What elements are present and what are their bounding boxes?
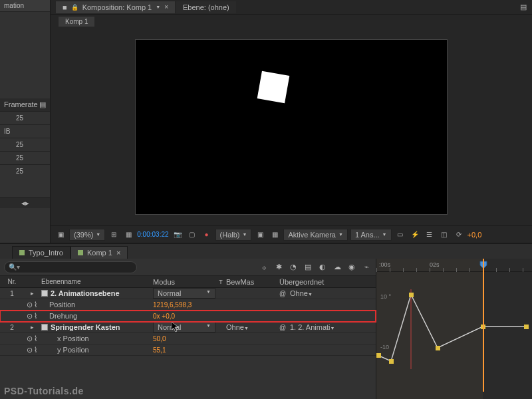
viewer-tabs: ■ 🔒 Komposition: Komp 1 ▼ × Ebene: (ohne… [51, 0, 532, 15]
white-box-layer[interactable] [257, 70, 290, 103]
property-row[interactable]: ⊙ ⌇Position1219,6,598,3 [0, 299, 376, 311]
resolution-icon[interactable]: ⊞ [108, 229, 120, 241]
framerate-row[interactable]: 25 [0, 138, 50, 151]
composition-preview[interactable] [135, 39, 448, 215]
camera-dropdown[interactable]: Aktive Kamera▼ [283, 229, 347, 241]
keyframe-icon[interactable] [524, 325, 529, 329]
timeline-column-headers: Nr. Ebenenname Modus T BewMas Übergeordn… [0, 276, 376, 288]
property-row[interactable]: ⊙ ⌇y Position55,1 [0, 344, 376, 356]
timeline-tabs: Typo_Intro Komp 1 × [0, 244, 532, 259]
timeline-layer-panel: 🔍▾ ⟐ ✱ ◔ ▤ ◐ ☁ ◉ ⌁ Nr. Ebenenname Modus … [0, 259, 376, 399]
close-icon[interactable]: × [164, 3, 168, 11]
draft3d-icon[interactable]: ✱ [273, 262, 284, 273]
channel-icon[interactable]: ● [201, 229, 213, 241]
viewer-tab-komp1[interactable]: ■ 🔒 Komposition: Komp 1 ▼ × [56, 1, 175, 13]
comp-mini-flowchart-icon[interactable]: ⟐ [259, 262, 269, 273]
parent-dropdown[interactable]: Ohne▼ [290, 289, 366, 297]
reset-exposure-icon[interactable]: ⟳ [453, 229, 465, 241]
project-sidebar: mation Framerate ▤ 25 IB 25 25 25 ◂▸ [0, 0, 51, 243]
framerate-row[interactable]: 25 [0, 164, 50, 178]
transparency-icon[interactable]: ▦ [269, 229, 281, 241]
layer-color-icon [41, 324, 48, 331]
blend-mode-dropdown[interactable]: Normal▼ [153, 288, 215, 299]
brainstorm-icon[interactable]: ☁ [332, 262, 342, 273]
watermark: PSD-Tutorials.de [4, 386, 84, 396]
property-row[interactable]: ⊙ ⌇x Position50,0 [0, 333, 376, 344]
keyframe-icon[interactable] [409, 293, 414, 297]
tab-color-icon [78, 250, 83, 255]
keyframe-icon[interactable] [376, 353, 381, 358]
graph-icon[interactable]: ⌇ [34, 346, 37, 354]
graph-icon[interactable]: ⌇ [34, 301, 37, 309]
stopwatch-icon[interactable]: ⊙ [27, 346, 33, 354]
tab-color-icon [19, 250, 25, 255]
viewer-canvas[interactable] [51, 28, 532, 225]
graph-icon[interactable]: ⌇ [34, 312, 37, 321]
settings-icon[interactable]: ▤ [39, 100, 46, 109]
views-dropdown[interactable]: 1 Ans...▼ [350, 229, 392, 241]
dropdown-icon[interactable]: ▼ [156, 5, 160, 9]
show-snapshot-icon[interactable]: ▢ [186, 229, 198, 241]
grid-icon[interactable]: ▦ [122, 229, 134, 241]
value-graph[interactable] [376, 289, 532, 369]
frame-blend-icon[interactable]: ▤ [303, 262, 313, 273]
link-icon: ■ [63, 3, 67, 11]
keyframe-icon[interactable] [389, 359, 394, 364]
property-value[interactable]: 55,1 [153, 346, 166, 354]
lock-icon[interactable]: 🔒 [71, 4, 78, 11]
stopwatch-icon[interactable]: ⊙ [27, 301, 33, 309]
hide-shy-icon[interactable]: ◔ [288, 262, 299, 273]
quality-dropdown[interactable]: (Halb)▼ [215, 229, 252, 241]
blend-mode-dropdown[interactable]: Normal▼ [153, 322, 215, 332]
snapshot-icon[interactable]: 📷 [172, 229, 184, 241]
mb-row[interactable]: IB [0, 124, 50, 138]
viewer-toolbar: ▣ (39%)▼ ⊞ ▦ 0:00:03:22 📷 ▢ ● (Halb)▼ ▣ … [51, 225, 532, 243]
comp-flowchart-icon[interactable]: ◫ [438, 229, 450, 241]
viewer-tab-ebene[interactable]: Ebene: (ohne) [176, 1, 236, 13]
playhead[interactable] [483, 259, 484, 392]
keyframe-icon[interactable] [436, 346, 440, 350]
track-matte-dropdown[interactable]: Ohne▼ [226, 323, 279, 331]
property-value[interactable]: 50,0 [153, 335, 166, 342]
panel-menu-icon[interactable]: ▤ [520, 3, 532, 11]
timeline-panel: Typo_Intro Komp 1 × 🔍▾ ⟐ ✱ ◔ ▤ ◐ ☁ ◉ ⌁ [0, 243, 532, 399]
property-value[interactable]: 1219,6,598,3 [153, 301, 192, 309]
timecode[interactable]: 0:00:03:22 [137, 231, 168, 238]
svg-marker-2 [172, 322, 178, 332]
property-row[interactable]: ⊙ ⌇Drehung0x +0,0 [0, 311, 376, 322]
pixel-aspect-icon[interactable]: ▭ [394, 229, 406, 241]
layer-row[interactable]: 2▸Springender KastenNormal▼Ohne▼@1. 2. A… [0, 322, 376, 333]
property-value[interactable]: 0x +0,0 [153, 313, 175, 320]
roi-icon[interactable]: ▣ [254, 229, 266, 241]
parent-dropdown[interactable]: 1. 2. Animati▼ [290, 323, 366, 331]
layer-row[interactable]: 1▸2. AnimationsebeneNormal▼@Ohne▼ [0, 288, 376, 299]
close-icon[interactable]: × [116, 249, 120, 257]
zoom-dropdown[interactable]: (39%)▼ [69, 229, 105, 241]
framerate-header: Framerate ▤ [0, 98, 50, 111]
collapse-toggle[interactable]: ◂▸ [0, 198, 50, 208]
timeline-tab-komp1[interactable]: Komp 1 × [70, 246, 128, 259]
cursor-icon [172, 322, 180, 332]
sidebar-tab[interactable]: mation [0, 0, 50, 12]
search-input[interactable]: 🔍▾ [4, 261, 137, 273]
framerate-row[interactable]: 25 [0, 111, 50, 124]
always-preview-icon[interactable]: ▣ [55, 229, 66, 241]
motion-blur-icon[interactable]: ◐ [317, 262, 328, 273]
graph-editor-icon[interactable]: ⌁ [361, 262, 372, 273]
graph-editor[interactable]: :00s02s 10 °-10 [376, 259, 532, 399]
exposure-value[interactable]: +0,0 [467, 231, 482, 239]
framerate-row[interactable]: 25 [0, 151, 50, 164]
time-ruler[interactable]: :00s02s [376, 259, 532, 272]
composition-viewer: ■ 🔒 Komposition: Komp 1 ▼ × Ebene: (ohne… [51, 0, 532, 243]
graph-icon[interactable]: ⌇ [34, 334, 37, 343]
layer-color-icon [41, 290, 48, 297]
pickwhip-icon[interactable]: @ [279, 324, 287, 331]
timeline-tab-typo[interactable]: Typo_Intro [12, 246, 70, 259]
fast-preview-icon[interactable]: ⚡ [409, 229, 421, 241]
stopwatch-icon[interactable]: ⊙ [27, 334, 33, 343]
pickwhip-icon[interactable]: @ [279, 290, 287, 297]
autokey-icon[interactable]: ◉ [346, 262, 357, 273]
stopwatch-icon[interactable]: ⊙ [27, 312, 33, 321]
timeline-icon[interactable]: ☰ [424, 229, 436, 241]
subtab-komp1[interactable]: Komp 1 [59, 17, 94, 27]
